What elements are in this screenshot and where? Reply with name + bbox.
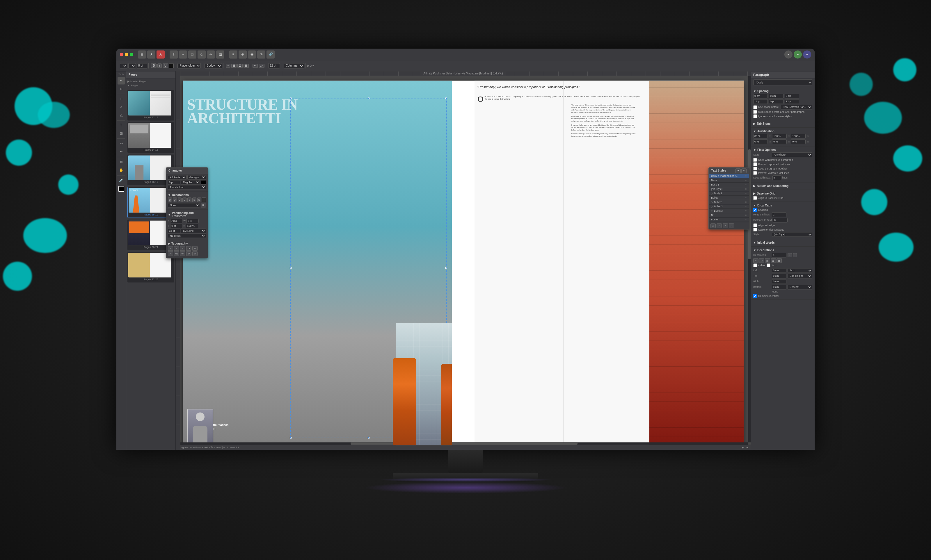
text-style-select[interactable]: Placeholder — [177, 63, 201, 68]
font-style-select[interactable]: Regular — [128, 63, 136, 68]
letter-ideal-input[interactable] — [772, 139, 787, 144]
dropcaps-align-check[interactable] — [753, 223, 757, 227]
tool-eyedropper[interactable]: 💉 — [117, 177, 125, 184]
char-deco-header[interactable]: ▼ Decorations — [168, 192, 206, 197]
italic-button[interactable]: I — [157, 63, 162, 68]
char-y-input[interactable] — [170, 224, 182, 228]
ts-btn-1[interactable]: A — [711, 223, 716, 228]
page-thumb-2021[interactable] — [128, 220, 171, 245]
tool-cursor[interactable]: ↖ — [117, 77, 125, 84]
char-h-input[interactable] — [186, 224, 198, 228]
toolbar-icon-nodes[interactable]: ◉ — [248, 50, 256, 58]
deco-btn-3[interactable]: ▤ — [765, 258, 770, 263]
toolbar-icon-circle3[interactable]: ● — [803, 50, 811, 58]
color-box[interactable] — [119, 186, 124, 192]
char-underline-btn[interactable]: U — [168, 197, 172, 202]
toolbar-icon-circle1[interactable]: ● — [785, 50, 792, 58]
space-after-input[interactable] — [769, 94, 783, 98]
drop-caps-header[interactable]: ▼ Drop Caps — [753, 203, 812, 208]
deco-left-input[interactable] — [772, 268, 786, 273]
toolbar-icon-img[interactable]: 🖼 — [216, 50, 224, 58]
char-strike-btn[interactable]: S — [187, 197, 191, 202]
char-strike3-btn[interactable]: S — [197, 197, 201, 202]
toolbar-icon-affinity[interactable]: A — [157, 50, 165, 58]
word-max-input[interactable] — [791, 134, 806, 138]
orphan-check[interactable] — [753, 162, 757, 166]
text-styles-add-btn[interactable]: + — [735, 168, 741, 173]
char-underline4-btn[interactable]: U — [182, 197, 187, 202]
color-swatch[interactable] — [169, 63, 174, 68]
typo-btn-1[interactable]: f — [168, 246, 173, 251]
typo-btn-3[interactable]: A — [180, 246, 185, 251]
style-item-bullet3[interactable]: ▷ Bullet 3 ≡ — [709, 209, 749, 213]
scrollbar-vertical[interactable] — [748, 76, 751, 442]
spacing-header[interactable]: ▼ Spacing — [753, 89, 812, 94]
align-center[interactable]: ☰ — [231, 64, 237, 68]
canvas-area[interactable]: Affinity Publisher Beta - Lifestyle Maga… — [176, 71, 751, 450]
letter-max-input[interactable] — [791, 139, 806, 144]
deco-indent-check[interactable] — [753, 263, 757, 267]
deco-bottom-rel-select[interactable]: Descent — [788, 285, 812, 289]
style-item-body-placeholder[interactable]: Body + Placeholder +... ≡ — [709, 174, 749, 178]
dropcaps-scale-check[interactable] — [753, 228, 757, 231]
master-pages-toggle[interactable]: ▶ Master Pages — [128, 79, 174, 83]
deco-top-input[interactable] — [772, 274, 786, 278]
char-pos-header[interactable]: ▼ Positioning and Transform — [168, 211, 206, 218]
char-deco-select[interactable]: None — [168, 203, 200, 207]
letter-min-input[interactable] — [753, 139, 768, 144]
deco-btn-1[interactable]: ≡ — [753, 258, 758, 263]
paragraph-style-select[interactable]: Body — [753, 79, 812, 85]
char-placeholder-select[interactable]: Placeholder — [168, 185, 206, 189]
extra-btn-2[interactable]: ⊘ — [310, 64, 312, 67]
toolbar-icon-text[interactable]: T — [170, 50, 178, 58]
style-item-bullet2[interactable]: ▷ Bullet 2 ≡ — [709, 205, 749, 209]
dropcaps-height-input[interactable] — [772, 212, 786, 217]
page-thumb-1213[interactable] — [128, 91, 171, 115]
align-right[interactable]: ≣ — [237, 64, 243, 68]
deco-top-rel-select[interactable]: Cap Height — [788, 274, 812, 278]
ignore-space-check[interactable] — [753, 114, 757, 118]
decorations-header[interactable]: ▼ Decorations — [753, 248, 812, 253]
dropcaps-enabled-check[interactable] — [753, 208, 757, 212]
word-min-input[interactable] — [753, 134, 768, 138]
ts-btn-2[interactable]: ≡ — [717, 223, 722, 228]
style-item-bullet1[interactable]: ▷ Bullet 1 ≡ — [709, 200, 749, 205]
deco-right-input[interactable] — [772, 279, 786, 284]
para-indent-input[interactable] — [769, 99, 783, 104]
extra-btn-1[interactable]: ⊕ — [307, 64, 309, 67]
style-item-footer[interactable]: Footer ≡ — [709, 217, 749, 222]
toolbar-icon-align[interactable]: ≡ — [229, 50, 237, 58]
deco-relative-check[interactable] — [767, 263, 771, 267]
pages-toggle[interactable]: ▼ Pages — [128, 83, 174, 88]
char-color-btn[interactable] — [202, 197, 206, 202]
spacing-type-select[interactable]: Only Between Par... — [781, 105, 812, 109]
style-item-nostyle[interactable]: [No Style] ≡ — [709, 187, 749, 191]
char-strike2-btn[interactable]: S — [192, 197, 196, 202]
ts-btn-3[interactable]: + — [723, 223, 728, 228]
tool-zoom[interactable]: ⊕ — [117, 158, 125, 166]
line-spacing-input[interactable] — [753, 99, 768, 104]
justification-header[interactable]: ▼ Justification — [753, 129, 812, 134]
deco-left-rel-select[interactable]: Text — [788, 268, 812, 273]
typo-btn-2[interactable]: fi — [174, 246, 179, 251]
text-styles-settings-btn[interactable]: ≡ — [741, 168, 746, 173]
font-family-select[interactable]: Georgia — [120, 63, 128, 68]
toolbar-icon-circle2[interactable]: ● — [794, 50, 802, 58]
baseline-header[interactable]: ▶ Baseline Grid — [753, 191, 812, 196]
space-before-input[interactable] — [753, 94, 768, 98]
sum-space-check[interactable] — [753, 110, 757, 114]
deco-add-btn[interactable]: + — [788, 253, 792, 257]
toolbar-icon-arrow[interactable]: → — [179, 50, 187, 58]
tool-frame[interactable]: ⊡ — [117, 130, 125, 137]
char-w-input[interactable] — [187, 218, 199, 223]
deco-remove-btn[interactable]: - — [793, 253, 797, 257]
dropcaps-style-select[interactable]: [No Style] — [772, 232, 812, 237]
page-thumb-1415[interactable] — [128, 123, 171, 148]
initial-words-header[interactable]: ▼ Initial Words — [753, 240, 812, 245]
ts-btn-4[interactable]: - — [729, 223, 734, 228]
toolbar-icon-view[interactable]: 👁 — [257, 50, 265, 58]
deco-bottom-input[interactable] — [772, 285, 786, 289]
deco-num-input[interactable] — [772, 253, 786, 257]
minimize-button[interactable] — [125, 52, 128, 56]
toolbar-icon-grid[interactable]: ⊞ — [138, 50, 146, 58]
